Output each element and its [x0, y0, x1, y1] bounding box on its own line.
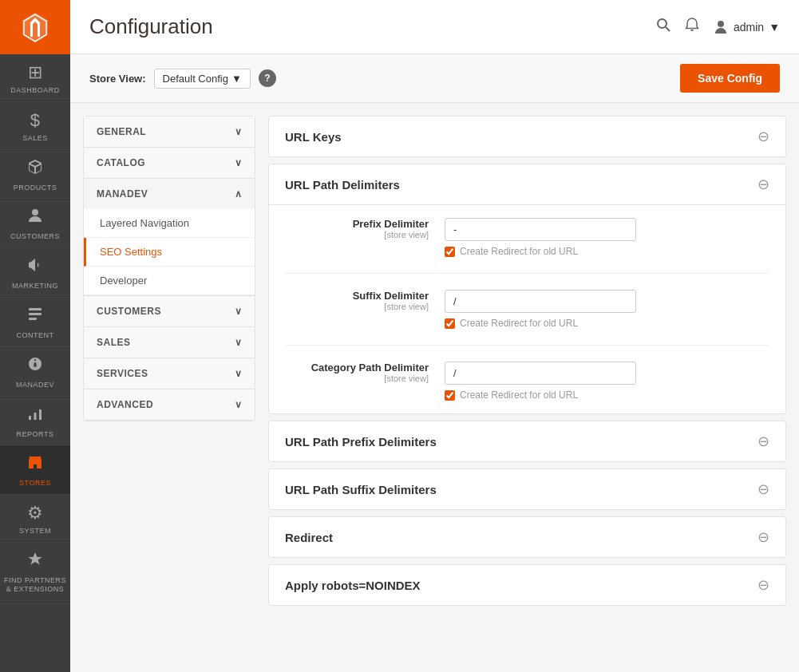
- dashboard-icon: ⊞: [28, 62, 43, 83]
- sidebar-item-customers[interactable]: CUSTOMERS: [0, 199, 70, 248]
- chevron-down-icon: ∨: [235, 126, 243, 137]
- config-section-url-path-prefix-delimiters: URL Path Prefix Delimiters ⊖: [268, 421, 786, 462]
- left-panel-section-customers: CUSTOMERS ∨: [84, 296, 255, 327]
- config-section-header-apply-robots[interactable]: Apply robots=NOINDEX ⊖: [269, 565, 785, 605]
- page-title: Configuration: [89, 14, 213, 39]
- left-panel-section-header-general[interactable]: GENERAL ∨: [84, 117, 255, 147]
- suffix-delimiter-label: Suffix Delimiter: [285, 290, 429, 302]
- form-row-category-path-delimiter: Category Path Delimiter [store view] Cre…: [285, 362, 769, 401]
- svg-point-9: [718, 21, 724, 27]
- suffix-delimiter-sublabel: [store view]: [285, 302, 429, 311]
- apply-robots-title: Apply robots=NOINDEX: [285, 579, 421, 592]
- chevron-down-icon-services: ∨: [235, 368, 243, 379]
- url-path-suffix-delimiters-title: URL Path Suffix Delimiters: [285, 483, 437, 496]
- config-section-url-keys: URL Keys ⊖: [268, 116, 786, 157]
- right-panel: URL Keys ⊖ URL Path Delimiters ⊖ Prefix …: [268, 116, 786, 659]
- category-path-delimiter-sublabel: [store view]: [285, 374, 429, 383]
- form-row-suffix-delimiter: Suffix Delimiter [store view] Create Red…: [285, 290, 769, 346]
- left-panel-section-header-customers[interactable]: CUSTOMERS ∨: [84, 296, 255, 326]
- manadev-items: Layered Navigation SEO Settings Develope…: [84, 209, 255, 295]
- left-panel-section-header-sales[interactable]: SALES ∨: [84, 327, 255, 358]
- category-path-delimiter-checkbox[interactable]: [445, 390, 455, 401]
- left-panel-section-manadev: MANADEV ∧ Layered Navigation SEO Setting…: [84, 179, 255, 296]
- left-panel-section-header-catalog[interactable]: CATALOG ∨: [84, 148, 255, 178]
- url-keys-collapse-icon: ⊖: [757, 128, 769, 145]
- url-path-prefix-delimiters-title: URL Path Prefix Delimiters: [285, 435, 437, 449]
- left-panel-item-developer[interactable]: Developer: [84, 267, 255, 295]
- content-area: GENERAL ∨ CATALOG ∨ MANADEV ∧ L: [70, 103, 799, 672]
- left-panel-section-sales: SALES ∨: [84, 327, 255, 358]
- sidebar-item-reports[interactable]: REPORTS: [0, 397, 70, 446]
- svg-rect-1: [29, 308, 42, 310]
- left-panel-section-header-advanced[interactable]: ADVANCED ∨: [84, 389, 255, 420]
- store-view-left: Store View: Default Config ▼ ?: [89, 69, 276, 89]
- sidebar-item-manadev[interactable]: MANADEV: [0, 347, 70, 397]
- config-section-header-redirect[interactable]: Redirect ⊖: [269, 517, 785, 557]
- svg-point-7: [658, 19, 666, 28]
- admin-dropdown-icon: ▼: [769, 21, 780, 34]
- sidebar-item-stores[interactable]: STORES: [0, 445, 70, 495]
- url-path-delimiters-title: URL Path Delimiters: [285, 178, 400, 192]
- svg-rect-2: [29, 313, 42, 315]
- system-icon: ⚙: [27, 503, 44, 524]
- admin-user[interactable]: admin ▼: [713, 19, 780, 35]
- url-path-suffix-delimiters-collapse-icon: ⊖: [757, 480, 769, 498]
- left-panel-item-layered-navigation[interactable]: Layered Navigation: [84, 209, 255, 238]
- sidebar-item-sales[interactable]: $ SALES: [0, 102, 70, 150]
- chevron-down-icon-advanced: ∨: [235, 399, 243, 410]
- sidebar-item-marketing[interactable]: MARKETING: [0, 248, 70, 298]
- left-panel-section-general: GENERAL ∨: [84, 117, 255, 148]
- left-panel-section-services: SERVICES ∨: [84, 358, 255, 389]
- svg-rect-5: [34, 413, 37, 420]
- sidebar-logo[interactable]: [0, 0, 70, 54]
- prefix-delimiter-input[interactable]: [445, 218, 636, 241]
- left-panel: GENERAL ∨ CATALOG ∨ MANADEV ∧ L: [83, 116, 255, 421]
- config-section-header-url-keys[interactable]: URL Keys ⊖: [269, 117, 785, 156]
- sidebar-item-dashboard[interactable]: ⊞ DASHBOARD: [0, 54, 70, 102]
- config-section-url-path-delimiters: URL Path Delimiters ⊖ Prefix Delimiter […: [268, 164, 786, 414]
- svg-rect-4: [29, 416, 31, 420]
- store-view-label: Store View:: [89, 73, 146, 85]
- prefix-delimiter-label: Prefix Delimiter: [285, 218, 429, 230]
- reports-icon: [26, 405, 44, 427]
- search-icon[interactable]: [655, 17, 671, 37]
- bell-icon[interactable]: [684, 17, 700, 37]
- chevron-down-icon-catalog: ∨: [235, 157, 243, 168]
- prefix-delimiter-checkbox-label: Create Redirect for old URL: [460, 246, 578, 257]
- manadev-icon: [26, 355, 44, 378]
- customers-icon: [26, 207, 44, 229]
- suffix-delimiter-checkbox[interactable]: [445, 318, 455, 329]
- stores-icon: [26, 453, 44, 476]
- prefix-delimiter-checkbox[interactable]: [445, 247, 455, 257]
- svg-rect-6: [39, 409, 42, 420]
- svg-rect-3: [29, 318, 37, 320]
- header-actions: admin ▼: [655, 17, 780, 37]
- sidebar-item-find-partners[interactable]: FIND PARTNERS & EXTENSIONS: [0, 543, 70, 601]
- store-view-dropdown-icon: ▼: [231, 73, 242, 85]
- store-view-select[interactable]: Default Config ▼: [154, 69, 251, 89]
- config-section-header-url-path-suffix-delimiters[interactable]: URL Path Suffix Delimiters ⊖: [269, 469, 785, 509]
- sales-icon: $: [30, 110, 41, 131]
- url-path-prefix-delimiters-collapse-icon: ⊖: [757, 433, 769, 450]
- form-row-prefix-delimiter: Prefix Delimiter [store view] Create Red…: [285, 218, 769, 274]
- chevron-down-icon-customers: ∨: [235, 306, 243, 317]
- sidebar-item-products[interactable]: PRODUCTS: [0, 150, 70, 200]
- sidebar-item-content[interactable]: CONTENT: [0, 298, 70, 347]
- suffix-delimiter-input[interactable]: [445, 290, 636, 313]
- chevron-down-icon-sales: ∨: [235, 337, 243, 348]
- save-config-button[interactable]: Save Config: [680, 64, 780, 93]
- config-section-header-url-path-delimiters[interactable]: URL Path Delimiters ⊖: [269, 164, 785, 205]
- config-section-header-url-path-prefix-delimiters[interactable]: URL Path Prefix Delimiters ⊖: [269, 421, 785, 461]
- left-panel-section-catalog: CATALOG ∨: [84, 148, 255, 179]
- url-path-delimiters-body: Prefix Delimiter [store view] Create Red…: [269, 205, 785, 413]
- left-panel-section-header-manadev[interactable]: MANADEV ∧: [84, 179, 255, 209]
- sidebar-item-system[interactable]: ⚙ SYSTEM: [0, 495, 70, 543]
- top-header: Configuration admin ▼: [70, 0, 799, 54]
- help-icon[interactable]: ?: [259, 69, 276, 87]
- left-panel-item-seo-settings[interactable]: SEO Settings: [84, 238, 255, 267]
- chevron-up-icon: ∧: [235, 188, 243, 200]
- category-path-delimiter-input[interactable]: [445, 362, 636, 385]
- url-keys-title: URL Keys: [285, 130, 342, 144]
- left-panel-section-header-services[interactable]: SERVICES ∨: [84, 358, 255, 389]
- config-section-url-path-suffix-delimiters: URL Path Suffix Delimiters ⊖: [268, 468, 786, 510]
